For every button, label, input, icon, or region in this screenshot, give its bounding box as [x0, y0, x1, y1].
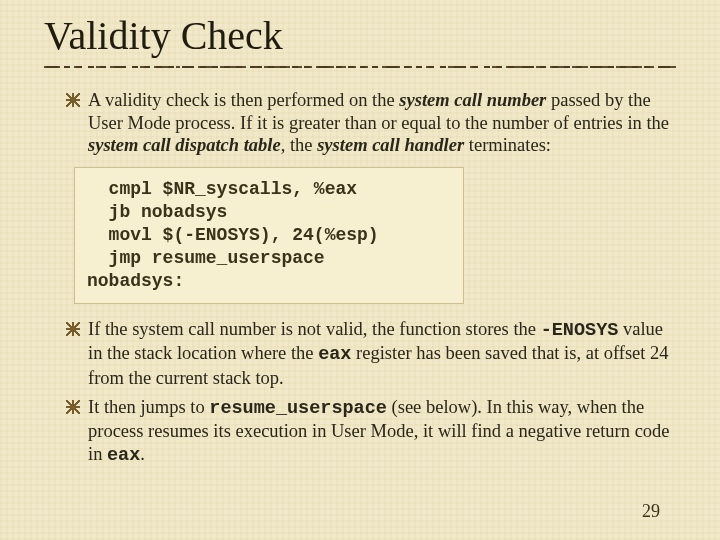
code-inline-eax2: eax: [107, 445, 140, 466]
page-number: 29: [642, 501, 660, 522]
text: terminates:: [464, 135, 551, 155]
bullet-list-top: A validity check is then performed on th…: [44, 89, 676, 157]
text: If the system call number is not valid, …: [88, 319, 541, 339]
bullet-item: A validity check is then performed on th…: [66, 89, 670, 157]
text: It then jumps to: [88, 397, 209, 417]
bullet-item: If the system call number is not valid, …: [66, 318, 670, 390]
code-inline-resume: resume_userspace: [209, 398, 387, 419]
code-text: cmpl $NR_syscalls, %eax jb nobadsys movl…: [87, 178, 451, 293]
code-inline-enosys: -ENOSYS: [541, 320, 619, 341]
slide-title: Validity Check: [44, 12, 676, 59]
text: .: [140, 444, 145, 464]
title-divider: [44, 63, 676, 71]
text: , the: [281, 135, 317, 155]
bullet-item: It then jumps to resume_userspace (see b…: [66, 396, 670, 468]
term-syscall-handler: system call handler: [317, 135, 464, 155]
bullet-list-bottom: If the system call number is not valid, …: [44, 318, 676, 467]
term-dispatch-table: system call dispatch table: [88, 135, 281, 155]
text: A validity check is then performed on th…: [88, 90, 399, 110]
slide: Validity Check A validity check is then …: [0, 0, 720, 540]
code-inline-eax: eax: [318, 344, 351, 365]
code-block: cmpl $NR_syscalls, %eax jb nobadsys movl…: [74, 167, 464, 304]
term-system-call-number: system call number: [399, 90, 546, 110]
